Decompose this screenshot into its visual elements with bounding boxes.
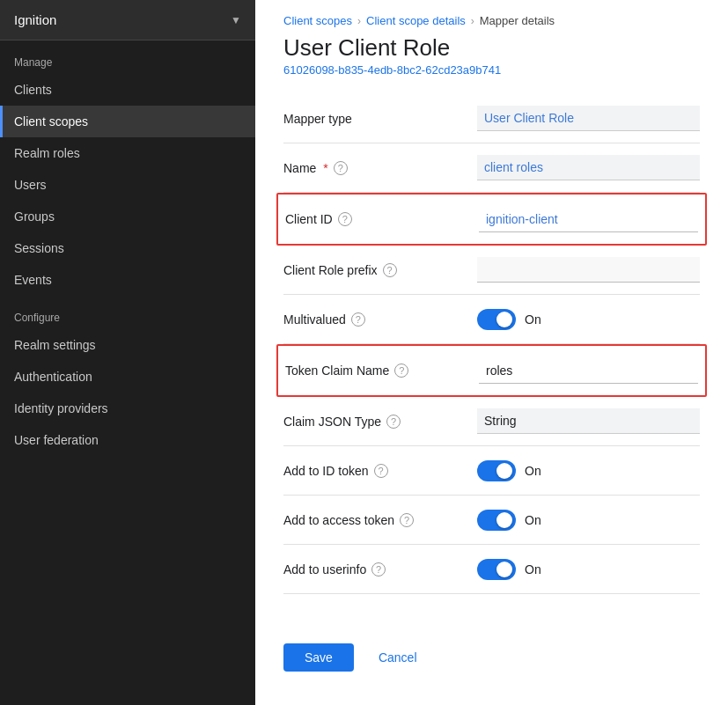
add-to-userinfo-label: Add to userinfo ? bbox=[283, 562, 477, 576]
add-to-access-token-toggle-container: On bbox=[477, 510, 700, 531]
client-id-input[interactable] bbox=[479, 207, 698, 232]
client-role-prefix-help-icon[interactable]: ? bbox=[383, 263, 397, 277]
manage-section-label: Manage bbox=[0, 40, 255, 74]
client-id-label: Client ID ? bbox=[285, 212, 479, 226]
add-to-access-token-row: Add to access token ? On bbox=[283, 496, 700, 545]
claim-json-type-help-icon[interactable]: ? bbox=[386, 415, 401, 429]
realm-chevron-icon: ▼ bbox=[231, 14, 241, 26]
multivalued-row: Multivalued ? On bbox=[283, 295, 700, 344]
token-claim-name-help-icon[interactable]: ? bbox=[394, 364, 408, 378]
client-id-help-icon[interactable]: ? bbox=[338, 212, 352, 226]
sidebar-item-label: Identity providers bbox=[14, 401, 108, 415]
sidebar-item-groups[interactable]: Groups bbox=[0, 201, 255, 232]
multivalued-toggle-container: On bbox=[477, 309, 700, 330]
add-to-access-token-on-label: On bbox=[525, 513, 541, 527]
sidebar-item-events[interactable]: Events bbox=[0, 264, 255, 296]
realm-name: Ignition bbox=[14, 12, 56, 27]
sidebar-item-realm-roles[interactable]: Realm roles bbox=[0, 137, 255, 169]
name-help-icon[interactable]: ? bbox=[334, 161, 348, 175]
add-to-access-token-value: On bbox=[477, 510, 700, 531]
name-label: Name * ? bbox=[283, 161, 477, 175]
breadcrumb-client-scopes[interactable]: Client scopes bbox=[283, 14, 352, 27]
sidebar-item-user-federation[interactable]: User federation bbox=[0, 424, 255, 456]
realm-selector[interactable]: Ignition ▼ bbox=[0, 0, 255, 40]
name-row: Name * ? bbox=[283, 143, 700, 193]
sidebar-item-authentication[interactable]: Authentication bbox=[0, 361, 255, 393]
claim-json-type-input[interactable] bbox=[477, 408, 700, 434]
sidebar-item-label: Authentication bbox=[14, 370, 92, 384]
add-to-id-token-toggle-container: On bbox=[477, 460, 700, 481]
token-claim-name-label: Token Claim Name ? bbox=[285, 364, 479, 378]
sidebar-item-label: Users bbox=[14, 178, 47, 192]
breadcrumb-client-scope-details[interactable]: Client scope details bbox=[366, 14, 466, 27]
add-to-userinfo-toggle[interactable] bbox=[477, 559, 516, 580]
client-role-prefix-input[interactable] bbox=[477, 257, 700, 283]
sidebar-item-label: Client scopes bbox=[14, 114, 88, 129]
form: Mapper type Name * ? Client ID ? bbox=[255, 94, 728, 622]
add-to-userinfo-value: On bbox=[477, 559, 700, 580]
add-to-id-token-on-label: On bbox=[525, 464, 541, 478]
add-to-userinfo-toggle-container: On bbox=[477, 559, 700, 580]
token-claim-name-row: Token Claim Name ? bbox=[278, 346, 705, 395]
sidebar-item-label: User federation bbox=[14, 433, 99, 447]
page-title: User Client Role bbox=[255, 27, 728, 63]
mapper-type-input bbox=[477, 106, 700, 131]
add-to-id-token-value: On bbox=[477, 460, 700, 481]
add-to-userinfo-row: Add to userinfo ? On bbox=[283, 545, 700, 594]
add-to-access-token-label: Add to access token ? bbox=[283, 513, 477, 527]
client-role-prefix-label: Client Role prefix ? bbox=[283, 263, 477, 277]
breadcrumb-sep-2: › bbox=[471, 15, 474, 27]
mapper-type-row: Mapper type bbox=[283, 94, 700, 143]
sidebar-item-label: Realm roles bbox=[14, 146, 80, 160]
multivalued-on-label: On bbox=[525, 312, 541, 327]
add-to-id-token-toggle[interactable] bbox=[477, 460, 516, 481]
sidebar-item-clients[interactable]: Clients bbox=[0, 74, 255, 106]
sidebar-item-label: Realm settings bbox=[14, 338, 96, 352]
sidebar-item-label: Sessions bbox=[14, 241, 64, 255]
configure-section-label: Configure bbox=[0, 296, 255, 329]
save-button[interactable]: Save bbox=[283, 643, 354, 672]
claim-json-type-value bbox=[477, 408, 700, 434]
claim-json-type-label: Claim JSON Type ? bbox=[283, 415, 477, 429]
sidebar-item-client-scopes[interactable]: Client scopes bbox=[0, 106, 255, 137]
mapper-type-value bbox=[477, 106, 700, 131]
add-to-access-token-toggle[interactable] bbox=[477, 510, 516, 531]
multivalued-help-icon[interactable]: ? bbox=[351, 312, 365, 327]
breadcrumb-sep-1: › bbox=[357, 15, 361, 27]
sidebar: Ignition ▼ Manage Clients Client scopes … bbox=[0, 0, 255, 705]
multivalued-toggle[interactable] bbox=[477, 309, 516, 330]
required-star: * bbox=[323, 161, 327, 175]
sidebar-item-label: Events bbox=[14, 273, 52, 287]
client-id-value bbox=[479, 207, 698, 232]
add-to-id-token-label: Add to ID token ? bbox=[283, 464, 477, 478]
token-claim-name-highlighted-wrapper: Token Claim Name ? bbox=[276, 344, 707, 397]
add-to-userinfo-help-icon[interactable]: ? bbox=[371, 562, 386, 576]
token-claim-name-input[interactable] bbox=[479, 358, 698, 384]
sidebar-item-users[interactable]: Users bbox=[0, 169, 255, 201]
name-input[interactable] bbox=[477, 155, 700, 180]
client-role-prefix-value bbox=[477, 257, 700, 283]
claim-json-type-row: Claim JSON Type ? bbox=[283, 397, 700, 446]
client-role-prefix-row: Client Role prefix ? bbox=[283, 246, 700, 295]
client-id-highlighted-wrapper: Client ID ? bbox=[276, 193, 707, 246]
token-claim-name-value bbox=[479, 358, 698, 384]
main-content: Client scopes › Client scope details › M… bbox=[255, 0, 728, 705]
breadcrumb-mapper-details: Mapper details bbox=[480, 14, 555, 27]
sidebar-item-identity-providers[interactable]: Identity providers bbox=[0, 393, 255, 424]
multivalued-label: Multivalued ? bbox=[283, 312, 477, 327]
add-to-userinfo-on-label: On bbox=[525, 562, 541, 576]
button-row: Save Cancel bbox=[255, 622, 728, 693]
page-subtitle: 61026098-b835-4edb-8bc2-62cd23a9b741 bbox=[255, 63, 728, 94]
multivalued-value: On bbox=[477, 309, 700, 330]
breadcrumb: Client scopes › Client scope details › M… bbox=[255, 0, 728, 27]
cancel-button[interactable]: Cancel bbox=[364, 643, 431, 672]
sidebar-item-label: Clients bbox=[14, 83, 52, 97]
add-to-access-token-help-icon[interactable]: ? bbox=[400, 513, 414, 527]
mapper-type-label: Mapper type bbox=[283, 112, 477, 126]
add-to-id-token-row: Add to ID token ? On bbox=[283, 446, 700, 496]
sidebar-item-realm-settings[interactable]: Realm settings bbox=[0, 329, 255, 361]
client-id-row: Client ID ? bbox=[278, 195, 705, 244]
sidebar-item-label: Groups bbox=[14, 209, 55, 224]
add-to-id-token-help-icon[interactable]: ? bbox=[374, 464, 388, 478]
sidebar-item-sessions[interactable]: Sessions bbox=[0, 232, 255, 264]
